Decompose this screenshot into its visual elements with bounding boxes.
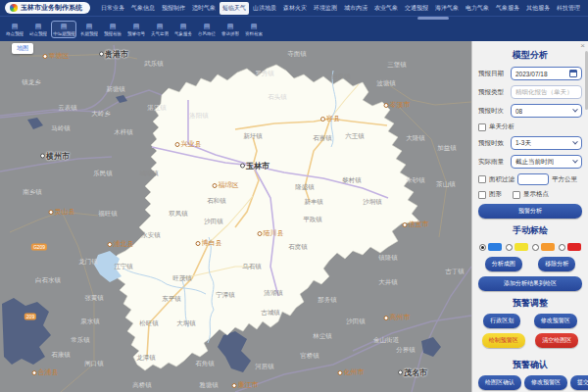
top-menu: 日常业务气象信息预报制作适时气象短临天气山洪地质森林火灾环境监测城市内涝农业气象…: [98, 2, 583, 15]
color-radio-1[interactable]: [506, 243, 528, 251]
chevron-down-icon: [572, 158, 578, 164]
tool-item-6[interactable]: ▤ 天气监测: [149, 21, 171, 38]
tool-item-0[interactable]: ▤ 格点预报: [4, 21, 25, 38]
tool-item-5[interactable]: ▤ 预警信号: [125, 21, 147, 38]
tool-item-2[interactable]: ▤ 中短期预报: [51, 21, 76, 38]
document-icon: ▤: [110, 23, 117, 30]
area-filter-label: 面积过滤: [489, 175, 514, 184]
field-预报类型[interactable]: 精细化报告（单天）: [511, 85, 582, 99]
tool-item-4[interactable]: ▤ 预报检验: [102, 21, 123, 38]
manual-plot-buttons: 分析成图移除分析: [478, 257, 582, 271]
tool-item-3[interactable]: ▤ 长期预报: [78, 21, 100, 38]
button-分析成图[interactable]: 分析成图: [485, 257, 522, 271]
area-filter-unit: 平方公里: [552, 175, 577, 184]
nav-item-2[interactable]: 预报制作: [159, 2, 188, 15]
toolbar: ▤ 格点预报 ▤ 站点预报 ▤ 中短期预报 ▤ 长期预报 ▤ 预报检验 ▤ 预警…: [0, 16, 588, 41]
tool-item-10[interactable]: ▤ 资料检索: [243, 21, 265, 38]
tool-item-8[interactable]: ▤ 台风路径: [196, 21, 218, 38]
button-绘图区确认[interactable]: 绘图区确认: [478, 375, 521, 390]
warning-adjust-row1: 行政区划修改预警区: [478, 314, 582, 328]
field-预报日期[interactable]: 2023/07/18: [511, 67, 582, 80]
map-layer-tab[interactable]: 地图: [12, 43, 33, 54]
checkbox-图形[interactable]: [478, 191, 486, 199]
button-行政区划[interactable]: 行政区划: [483, 314, 520, 328]
color-radio-group: [479, 243, 581, 251]
color-radio-3[interactable]: [559, 243, 581, 251]
app-logo-icon: [10, 4, 18, 12]
warning-adjust-title: 预警调整: [478, 297, 582, 310]
area-filter-input[interactable]: [517, 173, 549, 185]
nav-item-3[interactable]: 适时气象: [189, 2, 219, 15]
button-修改预警区[interactable]: 修改预警区: [534, 314, 577, 328]
chevron-down-icon: [572, 107, 578, 113]
display-options-row: 图形 显示格点: [478, 190, 582, 199]
warning-adjust-row2: 绘制预警区清空绘图区: [478, 333, 582, 348]
nav-item-6[interactable]: 森林火灾: [280, 2, 310, 15]
checkbox-显示格点[interactable]: [513, 191, 520, 199]
manual-plot-title: 手动标绘: [478, 224, 582, 237]
document-icon: ▤: [180, 23, 187, 30]
top-navbar: 玉林市业务制作系统 日常业务气象信息预报制作适时气象短临天气山洪地质森林火灾环境…: [0, 0, 588, 16]
warning-confirm-title: 预警确认: [478, 359, 582, 371]
panel-title: 模型分析: [478, 49, 582, 62]
field-预报时次[interactable]: 08: [511, 104, 582, 118]
nav-item-1[interactable]: 气象信息: [128, 2, 158, 15]
toolbar-scroll-indicator[interactable]: [417, 17, 449, 20]
map-canvas[interactable]: 贵港市横州市玉林市茂名市覃塘区兴业县容县福绵区陆川县博白县浦北县灵山县合浦县岑溪…: [0, 41, 471, 392]
panel-fields: 预报日期 2023/07/18预报类型 精细化报告（单天）预报时次 08 单天分…: [478, 67, 582, 173]
document-icon: ▤: [227, 23, 234, 30]
document-icon: ▤: [12, 23, 19, 30]
app-title: 玉林市业务制作系统: [21, 3, 82, 13]
checkbox-单天分析[interactable]: [478, 123, 486, 131]
nav-item-15[interactable]: 科技管理: [554, 2, 583, 15]
color-radio-0[interactable]: [479, 243, 502, 251]
document-icon: ▤: [86, 23, 93, 30]
nav-item-10[interactable]: 交通预报: [402, 2, 431, 15]
nav-item-8[interactable]: 城市内涝: [341, 2, 370, 15]
nav-item-5[interactable]: 山洪地质: [250, 2, 279, 15]
document-icon: ▤: [35, 23, 42, 30]
nav-item-4[interactable]: 短临天气: [220, 2, 249, 15]
nav-item-12[interactable]: 电力气象: [463, 2, 492, 15]
nav-item-9[interactable]: 农业气象: [371, 2, 401, 15]
field-实际雨量[interactable]: 截止当前时间: [511, 155, 582, 169]
document-icon: ▤: [61, 23, 68, 30]
calendar-icon: [569, 70, 577, 77]
app-window: 玉林市业务制作系统 日常业务气象信息预报制作适时气象短临天气山洪地质森林火灾环境…: [0, 0, 588, 392]
yulin-boundary: [106, 65, 419, 370]
button-修改预警区[interactable]: 修改预警区: [524, 375, 567, 390]
document-icon: ▤: [251, 23, 258, 30]
nav-item-0[interactable]: 日常业务: [98, 2, 127, 15]
button-提交审核[interactable]: 提交审核: [570, 375, 588, 390]
nav-item-7[interactable]: 环境监测: [311, 2, 340, 15]
warning-confirm-buttons: 绘图区确认修改预警区提交审核: [478, 375, 582, 390]
map-base: [0, 41, 471, 392]
analyze-button[interactable]: 预警分析: [478, 204, 582, 219]
nav-item-11[interactable]: 海洋气象: [432, 2, 462, 15]
analysis-panel: × 模型分析 预报日期 2023/07/18预报类型 精细化报告（单天）预报时次…: [471, 41, 588, 392]
document-icon: ▤: [204, 23, 211, 30]
button-绘制预警区[interactable]: 绘制预警区: [482, 333, 525, 348]
document-icon: ▤: [157, 23, 164, 30]
field-预报时效[interactable]: 1-3天: [511, 136, 582, 150]
chevron-down-icon: [572, 139, 578, 145]
nav-item-13[interactable]: 气象服务: [493, 2, 522, 15]
add-analysis-result-button[interactable]: 添加分析结果到绘区: [478, 276, 582, 291]
tool-item-7[interactable]: ▤ 气象服务: [172, 21, 194, 38]
app-logo: 玉林市业务制作系统: [5, 2, 90, 14]
document-icon: ▤: [133, 23, 140, 30]
button-清空绘图区[interactable]: 清空绘图区: [535, 333, 578, 348]
close-icon[interactable]: ×: [580, 42, 585, 50]
area-filter-checkbox[interactable]: [478, 175, 486, 183]
area-filter-row: 面积过滤 平方公里: [478, 173, 582, 185]
tool-item-1[interactable]: ▤ 站点预报: [27, 21, 49, 38]
button-移除分析[interactable]: 移除分析: [538, 257, 575, 271]
nav-item-14[interactable]: 其他服务: [523, 2, 553, 15]
color-radio-2[interactable]: [532, 243, 555, 251]
tool-item-9[interactable]: ▤ 雷达拼图: [220, 21, 241, 38]
